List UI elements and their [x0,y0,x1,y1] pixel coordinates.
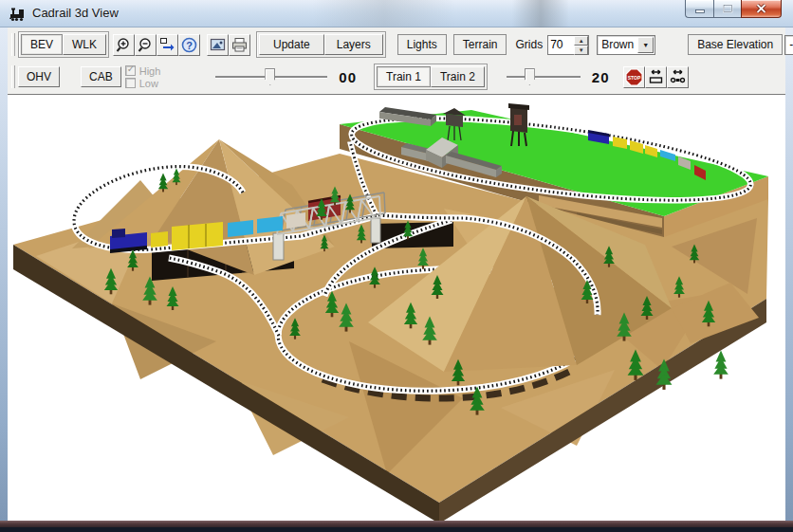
speed-value-right: 20 [592,69,610,85]
couple-cars-icon [670,68,686,85]
zoom-in-icon [116,37,132,53]
layers-button[interactable]: Layers [324,34,383,55]
slider-track [507,76,581,78]
check-icon: ✓ [127,64,135,74]
terrain-button[interactable]: Terrain [453,34,507,55]
toolbar-row-2: OHV CAB ✓ High Low 00 Train 1 [9,63,689,91]
color-dropdown-value: Brown [598,38,636,51]
chevron-down-icon[interactable]: ▼ [637,37,654,53]
train-select-group: Train 1 Train 2 [374,64,488,90]
toolbar: BEV WLK [8,28,785,95]
grids-spinner: ▲ ▼ [547,35,589,55]
couple-cars-button[interactable] [667,66,689,88]
color-dropdown[interactable]: Brown ▼ [597,35,655,55]
move-train-icon [648,68,664,85]
svg-text:?: ? [186,39,193,50]
zoom-out-button[interactable] [135,34,157,56]
bridge-pier [273,233,284,260]
glass-reflection [313,0,455,28]
print-icon [231,37,248,53]
ohv-button[interactable]: OHV [18,66,60,87]
snapshot-icon [210,37,226,53]
low-checkbox[interactable] [125,78,136,88]
title-bar[interactable]: Cadrail 3d View [0,0,793,28]
close-button[interactable] [741,0,782,18]
grids-input[interactable] [548,36,574,54]
pan-redraw-button[interactable] [157,34,178,56]
cab-button[interactable]: CAB [81,66,121,87]
speed-slider-right[interactable] [507,66,581,87]
glass-reflection [512,0,569,28]
bev-button[interactable]: BEV [21,34,63,55]
wlk-button[interactable]: WLK [63,34,106,55]
zoom-in-button[interactable] [113,34,135,56]
base-elevation-input[interactable] [784,35,793,55]
view-mode-group: BEV WLK [18,31,109,58]
speed-value-left: 00 [339,69,357,85]
toolbar-gripper[interactable] [11,33,15,56]
bridge-pier [371,218,380,243]
move-train-button[interactable] [645,66,667,88]
window-border-left [0,28,8,521]
svg-text:STOP: STOP [627,75,640,81]
3d-viewport[interactable] [8,95,785,521]
speed-slider-left[interactable] [215,66,327,87]
base-elevation-button[interactable]: Base Elevation [688,34,783,55]
snapshot-button[interactable] [207,34,229,56]
update-layers-group: Update Layers [256,31,386,58]
window-border-bottom [0,521,793,527]
help-button[interactable]: ? [178,34,200,56]
help-icon: ? [181,37,197,53]
minimize-button[interactable] [685,0,713,18]
desktop-edge [0,527,793,532]
print-button[interactable] [229,34,250,56]
layout-3d-scene [8,95,785,521]
grids-spin-up-icon[interactable]: ▲ [574,36,588,46]
zoom-out-icon [138,37,154,53]
stop-icon: STOP [625,68,643,86]
detail-checkbox-group: ✓ High Low [125,64,161,89]
window-title: Cadrail 3d View [32,6,119,20]
grids-label: Grids [515,38,543,51]
grids-spin-down-icon[interactable]: ▼ [574,46,588,55]
pan-redraw-icon [159,37,175,53]
toolbar-row-1: BEV WLK [9,30,793,59]
window-border-right [785,28,793,521]
train2-button[interactable]: Train 2 [431,66,485,87]
stop-button[interactable]: STOP [623,66,645,88]
high-label: High [139,65,161,77]
window-controls [685,0,782,18]
maximize-icon [723,4,733,13]
slider-thumb[interactable] [525,68,535,85]
train-logo-icon [9,6,27,22]
slider-thumb[interactable] [265,68,275,85]
maximize-button[interactable] [713,0,741,18]
high-checkbox[interactable]: ✓ [125,65,136,76]
application-window: Cadrail 3d View BEV WLK [0,0,793,532]
minimize-icon [695,5,705,13]
low-label: Low [139,78,158,89]
update-button[interactable]: Update [259,34,324,55]
toolbar-gripper[interactable] [11,65,15,88]
close-icon [756,4,766,13]
lights-button[interactable]: Lights [397,34,447,55]
train1-button[interactable]: Train 1 [377,66,431,87]
